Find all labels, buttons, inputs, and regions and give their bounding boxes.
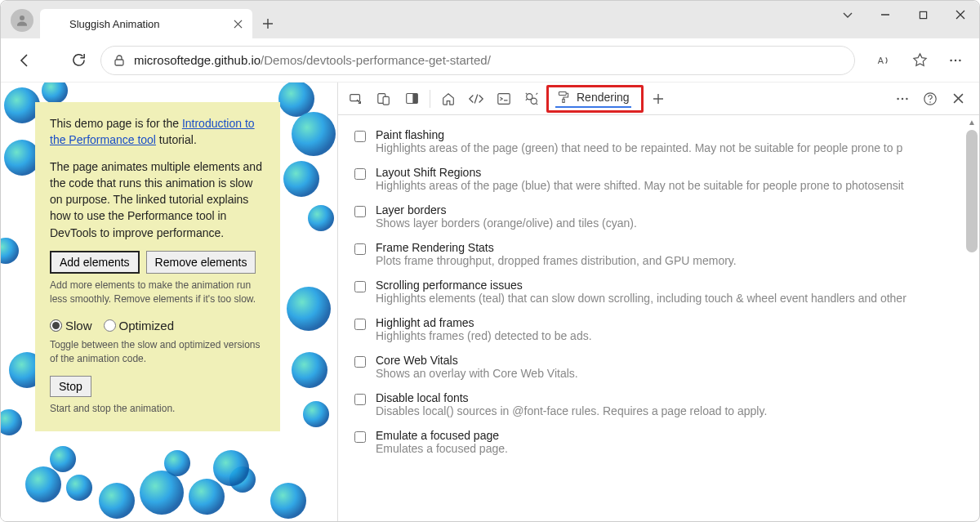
read-aloud-button[interactable]: A [868, 45, 899, 76]
devtools-panel: Rendering Paint flashing Highlights area… [337, 83, 979, 522]
rendering-tab-highlight: Rendering [546, 85, 644, 113]
devtools-tabbar: Rendering [338, 83, 979, 115]
sources-tab-button[interactable] [519, 86, 545, 112]
rendering-option: Layout Shift Regions Highlights areas of… [354, 161, 973, 199]
svg-point-0 [20, 16, 24, 20]
window-titlebar: Sluggish Animation [1, 1, 979, 38]
option-desc: Shows layer borders (orange/olive) and t… [376, 216, 973, 230]
refresh-button[interactable] [63, 45, 94, 76]
toggle-hint: Toggle between the slow and optimized ve… [50, 338, 265, 367]
tab-actions-button[interactable] [829, 1, 866, 29]
tab-title: Sluggish Animation [69, 18, 225, 30]
svg-rect-16 [563, 99, 564, 102]
back-button[interactable] [9, 45, 40, 76]
inspect-element-button[interactable] [343, 86, 369, 112]
svg-point-6 [959, 59, 961, 61]
option-checkbox[interactable] [354, 243, 366, 255]
radio-optimized[interactable]: Optimized [104, 317, 175, 335]
option-checkbox[interactable] [354, 431, 366, 443]
stop-button[interactable]: Stop [50, 376, 91, 397]
page-viewport: This demo page is for the Introduction t… [1, 83, 337, 522]
option-checkbox[interactable] [354, 131, 366, 142]
add-hint: Add more elements to make the animation … [50, 279, 265, 307]
option-desc: Highlights areas of the page (green) tha… [376, 141, 973, 154]
new-tab-button[interactable] [256, 11, 280, 36]
paint-roller-icon [557, 91, 570, 104]
rendering-tab[interactable]: Rendering [555, 89, 631, 108]
option-title: Emulate a focused page [376, 429, 973, 442]
elements-tab-button[interactable] [463, 86, 489, 112]
radio-slow[interactable]: Slow [50, 317, 92, 335]
option-title: Paint flashing [376, 128, 973, 141]
option-checkbox[interactable] [354, 319, 366, 330]
option-title: Scrolling performance issues [376, 279, 973, 292]
main-content: This demo page is for the Introduction t… [1, 83, 979, 522]
browser-menu-button[interactable] [940, 45, 971, 76]
devtools-scrollbar[interactable]: ▲ [964, 115, 979, 522]
option-title: Highlight ad frames [376, 316, 973, 329]
device-toggle-button[interactable] [371, 86, 397, 112]
option-checkbox[interactable] [354, 356, 366, 368]
svg-point-14 [531, 98, 537, 104]
address-bar[interactable]: microsoftedge.github.io/Demos/devtools-p… [100, 46, 855, 75]
svg-rect-11 [412, 94, 417, 104]
option-checkbox[interactable] [354, 281, 366, 292]
maximize-button[interactable] [904, 1, 942, 29]
close-window-button[interactable] [942, 1, 979, 29]
svg-point-18 [902, 97, 904, 100]
welcome-tab-button[interactable] [435, 86, 461, 112]
edge-favicon-icon [50, 17, 63, 30]
intro-text: This demo page is for the Introduction t… [50, 115, 265, 149]
rendering-tab-label: Rendering [577, 91, 630, 104]
dock-side-button[interactable] [399, 86, 425, 112]
svg-rect-1 [920, 11, 926, 18]
profile-button[interactable] [11, 9, 33, 32]
browser-toolbar: microsoftedge.github.io/Demos/devtools-p… [1, 38, 979, 83]
option-title: Layer borders [376, 203, 973, 216]
option-checkbox[interactable] [354, 168, 366, 180]
mode-radio-group: Slow Optimized [50, 317, 265, 335]
option-desc: Emulates a focused page. [376, 442, 973, 455]
rendering-option: Scrolling performance issues Highlights … [354, 274, 973, 311]
svg-rect-15 [559, 92, 566, 96]
option-desc: Plots frame throughput, dropped frames d… [376, 254, 973, 267]
option-title: Frame Rendering Stats [376, 241, 973, 254]
demo-info-card: This demo page is for the Introduction t… [35, 102, 280, 431]
option-title: Disable local fonts [376, 391, 973, 404]
option-checkbox[interactable] [354, 206, 366, 217]
rendering-option: Frame Rendering Stats Plots frame throug… [354, 236, 973, 274]
option-desc: Highlights frames (red) detected to be a… [376, 329, 973, 342]
rendering-option: Highlight ad frames Highlights frames (r… [354, 311, 973, 349]
console-tab-button[interactable] [491, 86, 517, 112]
option-desc: Highlights areas of the page (blue) that… [376, 179, 973, 192]
svg-point-5 [955, 59, 957, 61]
browser-tab[interactable]: Sluggish Animation [40, 9, 252, 38]
svg-rect-12 [498, 93, 510, 104]
option-desc: Disables local() sources in @font-face r… [376, 404, 973, 417]
stop-hint: Start and stop the animation. [50, 402, 265, 416]
more-tabs-button[interactable] [645, 86, 671, 112]
rendering-option: Layer borders Shows layer borders (orang… [354, 199, 973, 236]
svg-text:A: A [878, 55, 884, 65]
minimize-button[interactable] [866, 1, 904, 29]
favorite-button[interactable] [904, 45, 935, 76]
rendering-option: Disable local fonts Disables local() sou… [354, 386, 973, 424]
site-info-button[interactable] [113, 54, 126, 67]
rendering-option: Emulate a focused page Emulates a focuse… [354, 424, 973, 462]
devtools-menu-button[interactable] [889, 86, 915, 112]
remove-elements-button[interactable]: Remove elements [146, 251, 256, 274]
option-checkbox[interactable] [354, 394, 366, 405]
rendering-option: Paint flashing Highlights areas of the p… [354, 123, 973, 161]
add-elements-button[interactable]: Add elements [50, 251, 140, 274]
tab-close-button[interactable] [231, 17, 244, 30]
svg-rect-2 [115, 60, 123, 65]
option-title: Layout Shift Regions [376, 166, 973, 179]
option-desc: Shows an overlay with Core Web Vitals. [376, 367, 973, 380]
window-controls [829, 1, 979, 29]
svg-rect-7 [350, 94, 360, 100]
devtools-help-button[interactable] [917, 86, 943, 112]
devtools-close-button[interactable] [945, 86, 971, 112]
option-title: Core Web Vitals [376, 354, 973, 367]
rendering-option: Core Web Vitals Shows an overlay with Co… [354, 349, 973, 386]
rendering-options-list: Paint flashing Highlights areas of the p… [338, 115, 979, 522]
